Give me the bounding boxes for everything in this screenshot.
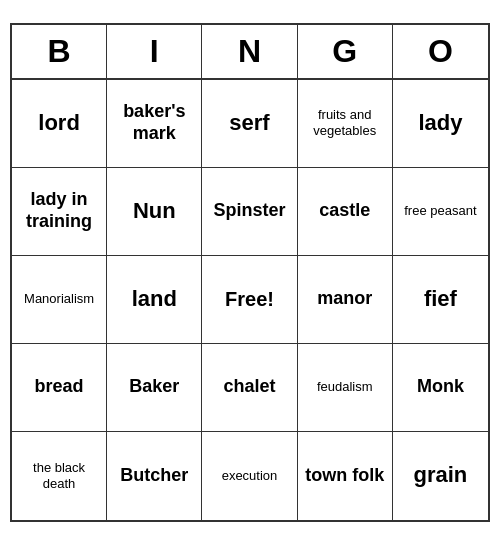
cell-13[interactable]: manor (298, 256, 393, 344)
cell-11[interactable]: land (107, 256, 202, 344)
cell-6[interactable]: Nun (107, 168, 202, 256)
cell-1[interactable]: baker's mark (107, 80, 202, 168)
cell-5[interactable]: lady in training (12, 168, 107, 256)
cell-4[interactable]: lady (393, 80, 488, 168)
cell-9[interactable]: free peasant (393, 168, 488, 256)
bingo-header: B I N G O (12, 25, 488, 80)
bingo-grid: lordbaker's markserffruits and vegetable… (12, 80, 488, 520)
cell-17[interactable]: chalet (202, 344, 297, 432)
cell-19[interactable]: Monk (393, 344, 488, 432)
cell-7[interactable]: Spinster (202, 168, 297, 256)
cell-20[interactable]: the black death (12, 432, 107, 520)
header-b: B (12, 25, 107, 78)
header-o: O (393, 25, 488, 78)
cell-16[interactable]: Baker (107, 344, 202, 432)
cell-23[interactable]: town folk (298, 432, 393, 520)
cell-21[interactable]: Butcher (107, 432, 202, 520)
header-n: N (202, 25, 297, 78)
header-g: G (298, 25, 393, 78)
cell-18[interactable]: feudalism (298, 344, 393, 432)
cell-22[interactable]: execution (202, 432, 297, 520)
cell-15[interactable]: bread (12, 344, 107, 432)
cell-12[interactable]: Free! (202, 256, 297, 344)
bingo-card: B I N G O lordbaker's markserffruits and… (10, 23, 490, 522)
cell-0[interactable]: lord (12, 80, 107, 168)
cell-14[interactable]: fief (393, 256, 488, 344)
cell-3[interactable]: fruits and vegetables (298, 80, 393, 168)
cell-2[interactable]: serf (202, 80, 297, 168)
header-i: I (107, 25, 202, 78)
cell-8[interactable]: castle (298, 168, 393, 256)
cell-24[interactable]: grain (393, 432, 488, 520)
cell-10[interactable]: Manorialism (12, 256, 107, 344)
